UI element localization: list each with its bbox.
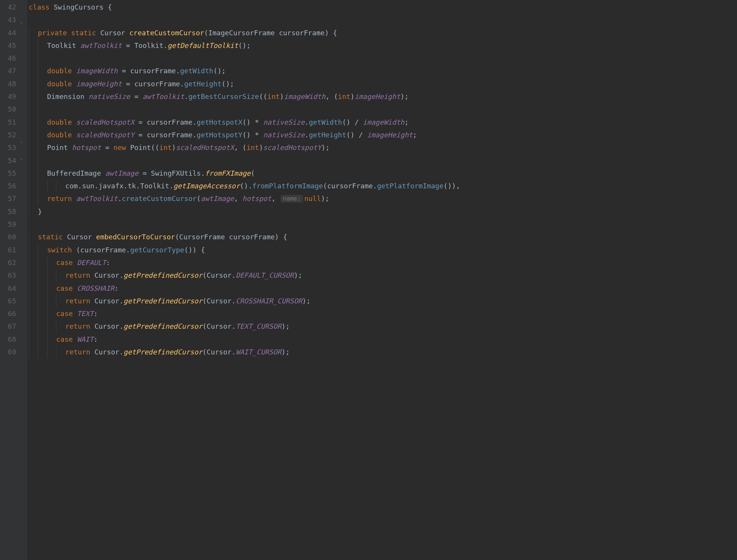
code-line[interactable]: case CROSSHAIR: <box>29 282 460 295</box>
code-line[interactable]: return Cursor.getPredefinedCursor(Cursor… <box>29 269 460 282</box>
line-number[interactable]: 47 <box>2 64 16 77</box>
code-line[interactable]: } <box>29 205 460 218</box>
line-number[interactable]: 66 <box>2 307 16 320</box>
line-number[interactable]: 44@ <box>2 26 16 39</box>
line-number[interactable]: 59 <box>2 218 16 231</box>
line-number[interactable]: 57 <box>2 192 16 205</box>
code-token: . <box>180 77 184 90</box>
line-number[interactable]: 60@ <box>2 231 16 243</box>
line-number[interactable]: 61 <box>2 244 16 256</box>
code-line[interactable]: static Cursor embedCursorToCursor(Cursor… <box>29 231 460 243</box>
line-number-text: 49 <box>8 90 16 103</box>
line-number[interactable]: 45 <box>2 39 16 52</box>
indent-guide <box>29 52 29 64</box>
line-number[interactable]: 43 <box>2 13 16 26</box>
code-line[interactable]: Point hotspot = new Point((int)scaledHot… <box>29 141 460 154</box>
line-number-text: 47 <box>8 64 16 77</box>
line-number[interactable]: 69 <box>2 346 16 358</box>
code-token: , ( <box>234 141 247 154</box>
fold-toggle-icon[interactable]: ⌄ <box>20 20 23 24</box>
code-token: : <box>114 282 118 295</box>
code-line[interactable] <box>29 103 460 115</box>
line-number[interactable]: 46 <box>2 52 16 64</box>
code-line[interactable]: double imageWidth = cursorFrame.getWidth… <box>29 64 460 77</box>
line-number[interactable]: 49 <box>2 90 16 103</box>
code-token: cursorFrame <box>80 244 126 256</box>
code-token: getPredefinedCursor <box>123 269 202 282</box>
line-number-gutter[interactable]: 424344@45464748495051525354555657585960@… <box>0 0 19 560</box>
line-number[interactable]: 68 <box>2 333 16 346</box>
code-token: . <box>232 346 236 358</box>
code-line[interactable]: double scaledHotspotX = cursorFrame.getH… <box>29 116 460 128</box>
code-line[interactable]: double imageHeight = cursorFrame.getHeig… <box>29 77 460 90</box>
code-token: (); <box>222 77 234 90</box>
line-number[interactable]: 42 <box>2 1 16 13</box>
code-token: Cursor <box>207 320 232 333</box>
line-number[interactable]: 63 <box>2 269 16 282</box>
line-number[interactable]: 58 <box>2 205 16 218</box>
line-number[interactable]: 50 <box>2 103 16 115</box>
line-number[interactable]: 52 <box>2 128 16 141</box>
code-token: . <box>169 180 173 192</box>
line-number[interactable]: 62 <box>2 256 16 269</box>
code-token: . <box>119 295 123 307</box>
code-line[interactable]: case WAIT: <box>29 333 460 346</box>
code-line[interactable]: Dimension nativeSize = awtToolkit.getBes… <box>29 90 460 103</box>
code-token: (); <box>238 39 251 52</box>
fold-column[interactable]: ⌄⌄⌄ <box>19 0 27 560</box>
code-token: ); <box>302 295 311 307</box>
code-line[interactable] <box>29 218 460 231</box>
indent-guide <box>47 307 48 320</box>
code-line[interactable]: return Cursor.getPredefinedCursor(Cursor… <box>29 346 460 358</box>
code-token: int <box>159 141 172 154</box>
code-line[interactable]: BufferedImage awtImage = SwingFXUtils.fr… <box>29 167 460 180</box>
indent-guide <box>47 180 48 192</box>
code-line[interactable]: case TEXT: <box>29 307 460 320</box>
line-number[interactable]: 48 <box>2 77 16 90</box>
code-line[interactable]: return Cursor.getPredefinedCursor(Cursor… <box>29 295 460 307</box>
code-token: ( <box>202 346 207 358</box>
line-number[interactable]: 64 <box>2 282 16 295</box>
fold-toggle-icon[interactable]: ⌄ <box>20 139 23 143</box>
code-token: = <box>101 141 114 154</box>
line-number-text: 58 <box>8 205 16 218</box>
code-line[interactable]: Toolkit awtToolkit = Toolkit.getDefaultT… <box>29 39 460 52</box>
code-token: awtToolkit <box>76 192 118 205</box>
code-token: ; <box>413 128 417 141</box>
code-token: WAIT <box>77 333 94 346</box>
code-editor[interactable]: 424344@45464748495051525354555657585960@… <box>0 0 737 560</box>
code-token: Cursor <box>94 295 119 307</box>
code-token: private static <box>38 26 100 39</box>
code-line[interactable]: private static Cursor createCustomCursor… <box>29 26 460 39</box>
code-line[interactable] <box>29 13 460 26</box>
code-line[interactable]: case DEFAULT: <box>29 256 460 269</box>
code-line[interactable]: return awtToolkit.createCustomCursor(awt… <box>29 192 460 205</box>
code-line[interactable] <box>29 154 460 167</box>
line-number-text: 59 <box>8 218 16 231</box>
indent-guide <box>38 307 38 320</box>
line-number[interactable]: 54 <box>2 154 16 167</box>
line-number[interactable]: 55 <box>2 167 16 180</box>
code-line[interactable] <box>29 52 460 64</box>
code-token: Cursor <box>207 346 232 358</box>
fold-toggle-icon[interactable]: ⌄ <box>20 156 23 160</box>
indent-guide <box>47 256 48 269</box>
code-line[interactable]: switch (cursorFrame.getCursorType()) { <box>29 244 460 256</box>
line-number[interactable]: 56 <box>2 180 16 192</box>
indent-guide <box>29 282 29 295</box>
code-line[interactable]: com.sun.javafx.tk.Toolkit.getImageAccess… <box>29 180 460 192</box>
line-number[interactable]: 67 <box>2 320 16 333</box>
line-number[interactable]: 53 <box>2 141 16 154</box>
line-number[interactable]: 65 <box>2 295 16 307</box>
code-token: ); <box>321 192 329 205</box>
code-token: . <box>176 64 180 77</box>
code-line[interactable]: return Cursor.getPredefinedCursor(Cursor… <box>29 320 460 333</box>
line-number[interactable]: 51 <box>2 116 16 128</box>
code-area[interactable]: class SwingCursors {private static Curso… <box>27 0 460 560</box>
code-token: hotspot <box>72 141 101 154</box>
line-number-text: 42 <box>8 1 16 13</box>
code-token: getHeight <box>184 77 222 90</box>
code-line[interactable]: class SwingCursors { <box>29 1 460 13</box>
indent-guide <box>29 154 29 167</box>
code-line[interactable]: double scaledHotspotY = cursorFrame.getH… <box>29 128 460 141</box>
